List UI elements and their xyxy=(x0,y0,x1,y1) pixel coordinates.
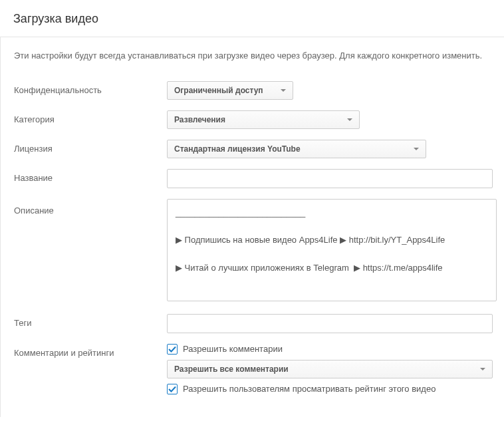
category-value: Развлечения xyxy=(174,115,225,124)
description-textarea[interactable] xyxy=(167,199,497,301)
title-label: Название xyxy=(14,169,167,183)
row-title: Название xyxy=(14,169,491,188)
comments-mode-select[interactable]: Разрешить все комментарии xyxy=(167,360,493,378)
row-description: Описание xyxy=(14,199,491,303)
privacy-value: Ограниченный доступ xyxy=(174,86,263,95)
allow-ratings-row: Разрешить пользователям просматривать ре… xyxy=(167,384,493,394)
caret-down-icon xyxy=(414,148,419,150)
title-field-wrap xyxy=(167,169,493,188)
row-tags: Теги xyxy=(14,314,491,333)
privacy-field: Ограниченный доступ xyxy=(167,81,491,100)
check-icon xyxy=(168,385,176,393)
allow-comments-checkbox[interactable] xyxy=(167,344,178,355)
category-select[interactable]: Развлечения xyxy=(167,110,360,129)
caret-down-icon xyxy=(347,118,352,121)
license-value: Стандартная лицензия YouTube xyxy=(174,144,301,154)
check-icon xyxy=(168,345,176,353)
caret-down-icon xyxy=(281,89,286,92)
caret-down-icon xyxy=(480,368,485,370)
allow-comments-row: Разрешить комментарии xyxy=(167,344,493,355)
allow-comments-label: Разрешить комментарии xyxy=(183,344,283,354)
row-license: Лицензия Стандартная лицензия YouTube xyxy=(14,140,491,158)
settings-form: Эти настройки будут всегда устанавливать… xyxy=(0,37,504,417)
description-label: Описание xyxy=(14,199,167,216)
comments-label: Комментарии и рейтинги xyxy=(14,344,167,358)
intro-text: Эти настройки будут всегда устанавливать… xyxy=(14,49,491,63)
category-field: Развлечения xyxy=(167,110,491,129)
row-privacy: Конфиденциальность Ограниченный доступ xyxy=(14,81,491,100)
page-title: Загрузка видео xyxy=(13,12,491,26)
row-comments: Комментарии и рейтинги Разрешить коммент… xyxy=(14,344,491,400)
comments-field: Разрешить комментарии Разрешить все комм… xyxy=(167,344,493,400)
row-category: Категория Развлечения xyxy=(14,110,491,129)
license-label: Лицензия xyxy=(14,140,167,154)
tags-field-wrap xyxy=(167,314,493,333)
title-input[interactable] xyxy=(167,169,493,188)
license-select[interactable]: Стандартная лицензия YouTube xyxy=(167,140,426,158)
category-label: Категория xyxy=(14,110,167,124)
privacy-label: Конфиденциальность xyxy=(14,81,167,95)
tags-label: Теги xyxy=(14,314,167,328)
allow-ratings-label: Разрешить пользователям просматривать ре… xyxy=(183,384,436,394)
comments-mode-value: Разрешить все комментарии xyxy=(174,364,289,374)
page-header: Загрузка видео xyxy=(0,0,504,37)
license-field: Стандартная лицензия YouTube xyxy=(167,140,491,158)
description-field-wrap xyxy=(167,199,497,303)
allow-ratings-checkbox[interactable] xyxy=(167,384,178,394)
tags-input[interactable] xyxy=(167,314,493,333)
privacy-select[interactable]: Ограниченный доступ xyxy=(167,81,293,100)
